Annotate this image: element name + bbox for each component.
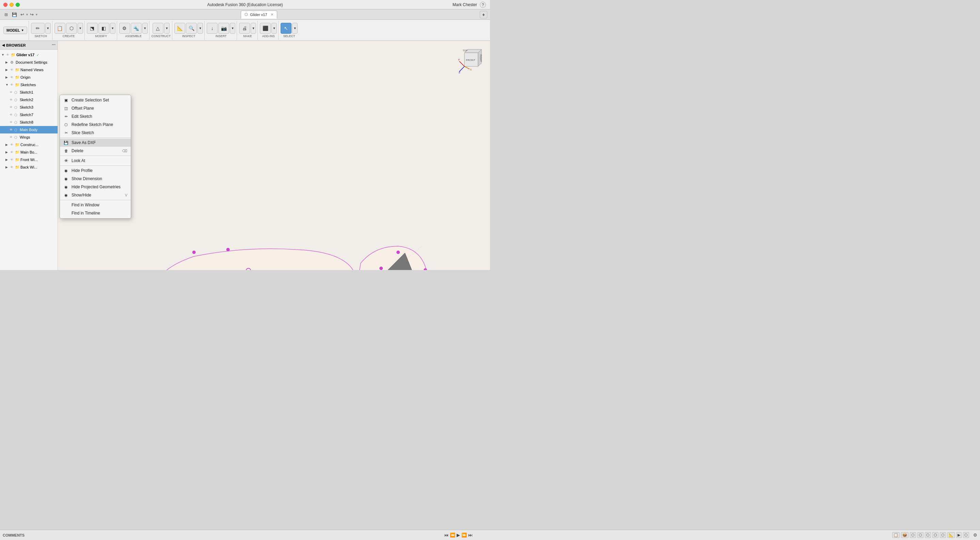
ctx-show-hide-icon: ◉ xyxy=(63,192,69,198)
model-group: MODEL ▼ xyxy=(2,21,29,40)
tree-item-construct[interactable]: ▶ 👁 📁 Construc... xyxy=(0,141,57,148)
tree-item-root[interactable]: ▼ 👁 📁 Glider v17 ✓ xyxy=(0,51,57,59)
ctx-find-in-window[interactable]: Find in Window xyxy=(60,201,131,209)
create-dropdown[interactable]: ▼ xyxy=(78,23,83,34)
make-dropdown[interactable]: ▼ xyxy=(251,23,256,34)
ctx-look-at-icon: 👁 xyxy=(63,158,69,164)
select-dropdown[interactable]: ▼ xyxy=(292,23,298,34)
redo-dropdown[interactable]: ▼ xyxy=(35,13,38,16)
ctx-find-in-timeline[interactable]: Find in Timeline xyxy=(60,209,131,217)
ctx-offset-plane-icon: ◫ xyxy=(63,106,69,111)
sketch-sub-btn[interactable]: ▼ xyxy=(45,23,51,34)
ctx-redefine-sketch-plane[interactable]: ⬡ Redefine Sketch Plane xyxy=(60,121,131,129)
modify-btn2[interactable]: ◧ xyxy=(99,23,109,34)
help-button[interactable]: ? xyxy=(480,2,486,8)
ctx-create-selection-set[interactable]: ▣ Create Selection Set xyxy=(60,96,131,104)
sketch-icon: ⬡ xyxy=(14,113,19,117)
titlebar-right: Mark Chester ? xyxy=(453,2,486,8)
settings-icon: ⚙ xyxy=(10,60,15,65)
ctx-label: Create Selection Set xyxy=(72,98,109,102)
tree-item-wings[interactable]: 👁 ⬡ Wings xyxy=(0,133,57,141)
assemble-btn2[interactable]: 🔩 xyxy=(131,23,142,34)
browser-panel: ◀ BROWSER ⋯ ▼ 👁 📁 Glider v17 ✓ ▶ ⚙ Docum… xyxy=(0,41,58,270)
undo-button[interactable]: ↩ xyxy=(21,12,24,17)
assemble-btn1[interactable]: ⚙ xyxy=(119,23,130,34)
tree-item-label: Front Wi... xyxy=(21,158,38,162)
construct-btn1[interactable]: △ xyxy=(153,23,164,34)
tree-expand-icon: ▶ xyxy=(5,151,10,154)
nav-cube[interactable]: FRONT TOP RIGHT Z Y X xyxy=(458,46,485,73)
tree-item-main-body-folder[interactable]: ▶ 👁 📁 Main Bo... xyxy=(0,148,57,156)
tree-item-named-views[interactable]: ▶ 👁 📁 Named Views xyxy=(0,66,57,73)
undo-dropdown[interactable]: ▼ xyxy=(25,13,29,16)
maximize-button[interactable] xyxy=(16,3,20,7)
ctx-hide-projected-geometries[interactable]: ◉ Hide Projected Geometries xyxy=(60,183,131,191)
tree-item-document-settings[interactable]: ▶ ⚙ Document Settings xyxy=(0,59,57,66)
insert-btn1[interactable]: ↓ xyxy=(207,23,218,34)
tree-expand-icon: ▼ xyxy=(2,53,5,57)
ctx-show-hide[interactable]: ◉ Show/Hide V xyxy=(60,191,131,199)
addins-group: ⬛ ▼ ADD-INS xyxy=(258,21,278,40)
create-btn1[interactable]: 📋 xyxy=(54,23,65,34)
sketch-main-btn[interactable]: ✏ xyxy=(31,23,45,34)
create-btn2[interactable]: ⬡ xyxy=(66,23,77,34)
ctx-delete-icon: 🗑 xyxy=(63,148,69,154)
tree-item-sketch8[interactable]: 👁 ⬡ Sketch8 xyxy=(0,119,57,126)
folder-icon: 📁 xyxy=(15,68,20,72)
tree-item-sketch7[interactable]: 👁 ⬡ Sketch7 xyxy=(0,111,57,119)
browser-collapse-icon[interactable]: ◀ xyxy=(2,43,5,47)
ctx-hide-profile[interactable]: ◉ Hide Profile xyxy=(60,167,131,175)
tree-item-back-wing[interactable]: ▶ 👁 📁 Back Wi... xyxy=(0,164,57,171)
minimize-button[interactable] xyxy=(10,3,14,7)
folder-icon: 📁 xyxy=(15,158,20,162)
tree-item-front-wing[interactable]: ▶ 👁 📁 Front Wi... xyxy=(0,156,57,164)
ctx-edit-sketch[interactable]: ✏ Edit Sketch xyxy=(60,112,131,121)
tree-item-sketch2[interactable]: 👁 ⬡ Sketch2 xyxy=(0,96,57,103)
ctx-look-at[interactable]: 👁 Look At xyxy=(60,157,131,165)
browser-options[interactable]: ⋯ xyxy=(52,43,56,47)
redo-button[interactable]: ↪ xyxy=(30,12,34,17)
addins-dropdown[interactable]: ▼ xyxy=(271,23,277,34)
ctx-slice-icon: ✂ xyxy=(63,130,69,135)
assemble-dropdown[interactable]: ▼ xyxy=(142,23,148,34)
insert-buttons: ↓ 📷 ▼ xyxy=(207,23,235,34)
modify-dropdown[interactable]: ▼ xyxy=(110,23,115,34)
tree-item-label: Glider v17 xyxy=(16,53,34,57)
ctx-save-as-dxf[interactable]: 💾 Save As DXF xyxy=(60,138,131,147)
glider-tab[interactable]: ⬡ Glider v17 ✕ xyxy=(241,11,277,19)
tree-item-label: Main Body xyxy=(20,128,37,132)
close-button[interactable] xyxy=(3,3,8,7)
ctx-slice-sketch[interactable]: ✂ Slice Sketch xyxy=(60,129,131,137)
model-dropdown[interactable]: MODEL ▼ xyxy=(3,27,27,34)
select-btn1[interactable]: ↖ xyxy=(281,23,291,34)
folder-icon: 📁 xyxy=(11,53,16,57)
ctx-offset-plane[interactable]: ◫ Offset Plane xyxy=(60,104,131,112)
eye-icon: 👁 xyxy=(10,83,14,86)
tree-item-main-body[interactable]: 👁 ⬡ Main Body xyxy=(0,126,57,133)
addins-buttons: ⬛ ▼ xyxy=(260,23,277,34)
make-btn1[interactable]: 🖨 xyxy=(239,23,250,34)
inspect-btn1[interactable]: 📐 xyxy=(174,23,185,34)
addins-btn1[interactable]: ⬛ xyxy=(260,23,271,34)
sketch-icon: ⬡ xyxy=(14,106,19,109)
inspect-btn2[interactable]: 🔍 xyxy=(186,23,197,34)
ctx-show-dimension[interactable]: ◉ Show Dimension xyxy=(60,175,131,183)
grid-icon[interactable]: ⊞ xyxy=(3,11,10,18)
construct-dropdown[interactable]: ▼ xyxy=(164,23,170,34)
tree-item-sketches[interactable]: ▼ 👁 📁 Sketches xyxy=(0,81,57,89)
inspect-dropdown[interactable]: ▼ xyxy=(197,23,203,34)
insert-btn2[interactable]: 📷 xyxy=(218,23,229,34)
modify-btn1[interactable]: ⬔ xyxy=(87,23,98,34)
modify-label: MODIFY xyxy=(95,34,107,38)
ctx-delete[interactable]: 🗑 Delete ⌫ xyxy=(60,147,131,155)
construct-group: △ ▼ CONSTRUCT xyxy=(150,21,173,40)
tab-close[interactable]: ✕ xyxy=(271,13,274,16)
insert-dropdown[interactable]: ▼ xyxy=(230,23,235,34)
tree-expand-icon: ▶ xyxy=(5,165,10,169)
add-tab-button[interactable]: + xyxy=(480,11,487,18)
tree-item-sketch3[interactable]: 👁 ⬡ Sketch3 xyxy=(0,103,57,111)
tree-item-origin[interactable]: ▶ 👁 📁 Origin xyxy=(0,73,57,81)
save-icon[interactable]: 💾 xyxy=(11,11,18,18)
ctx-edit-sketch-icon: ✏ xyxy=(63,114,69,119)
tree-item-sketch1[interactable]: 👁 ⬡ Sketch1 xyxy=(0,89,57,96)
